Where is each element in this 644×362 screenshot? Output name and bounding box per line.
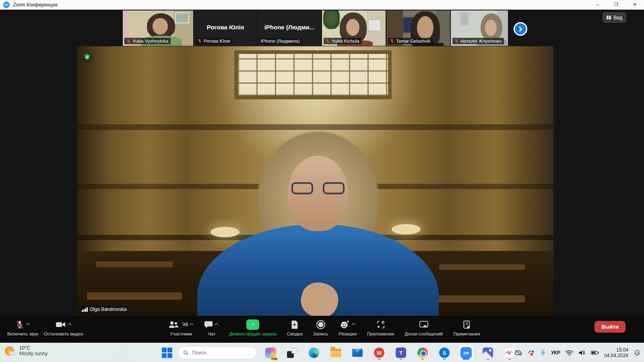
camera-icon xyxy=(56,321,66,329)
search-icon xyxy=(183,350,189,356)
mail-icon[interactable] xyxy=(349,345,365,361)
participant-tile-yuliia-kichula[interactable]: Yuliia Kichula xyxy=(322,10,386,46)
participant-name-label: Наталія Жлуктенко xyxy=(452,38,504,44)
library-lamp xyxy=(211,227,239,237)
reactions-button[interactable]: Реакции xyxy=(339,318,357,336)
share-screen-icon: ↑ xyxy=(246,319,259,330)
tray-date: 04.04.2024 xyxy=(604,353,628,358)
participant-tile-iphone-lyudmila[interactable]: iPhone (Людми... iPhone (Людмила) xyxy=(258,10,321,46)
close-button[interactable]: ✕ xyxy=(625,0,644,10)
stop-video-button[interactable]: Остановить видео xyxy=(44,318,83,336)
microphone-muted-icon xyxy=(15,320,24,329)
windows-taskbar: 10°C Mostly sunny PRE W T S zm V xyxy=(0,343,644,362)
microphone-in-use-icon[interactable] xyxy=(540,349,546,356)
muted-mic-icon xyxy=(325,39,330,43)
record-icon xyxy=(316,320,326,329)
language-indicator[interactable]: УКР xyxy=(551,350,560,356)
view-button[interactable]: Вид xyxy=(603,12,626,23)
library-skylight xyxy=(234,50,391,99)
whiteboards-button[interactable]: Доски сообщений xyxy=(405,318,443,336)
copilot-icon[interactable]: PRE xyxy=(262,345,279,361)
volume-icon[interactable] xyxy=(578,350,586,356)
participants-icon xyxy=(168,321,179,329)
leave-meeting-button[interactable]: Выйти xyxy=(594,321,625,333)
task-view-icon[interactable] xyxy=(284,345,300,361)
participant-tile-yuliia-vyshnytska[interactable]: Yuliia Vyshnytska xyxy=(123,10,193,46)
notes-button[interactable]: Примечания xyxy=(453,318,480,336)
chat-button[interactable]: Чат xyxy=(204,318,219,336)
participants-button[interactable]: 98 Участники xyxy=(168,318,194,336)
view-grid-icon xyxy=(607,16,611,19)
svg-text:z: z xyxy=(637,351,638,354)
muted-mic-icon xyxy=(197,39,202,43)
skype-icon[interactable]: S xyxy=(436,345,452,361)
onedrive-offline-icon[interactable] xyxy=(514,350,522,356)
participant-display-name: iPhone (Людми... xyxy=(258,24,321,31)
apps-icon xyxy=(376,320,385,329)
search-input[interactable] xyxy=(192,350,244,356)
edge-icon[interactable] xyxy=(306,345,322,361)
screen-record-sync-icon[interactable] xyxy=(527,349,535,356)
wps-writer-icon[interactable]: W xyxy=(371,345,387,361)
chevron-up-icon[interactable] xyxy=(351,323,355,327)
library-lamp xyxy=(392,224,421,234)
zoom-taskbar-icon[interactable]: zm xyxy=(458,345,474,361)
participant-name-label: iPhone (Людмила) xyxy=(259,38,302,44)
chevron-up-icon[interactable] xyxy=(68,323,72,327)
weather-widget[interactable]: 10°C Mostly sunny xyxy=(5,345,47,356)
participant-name-label: Yuliia Kichula xyxy=(324,38,361,44)
notifications-dnd-bell-icon[interactable]: z xyxy=(634,349,641,356)
weather-description: Mostly sunny xyxy=(19,351,47,356)
title-bar: zm Zoom Конференция ─ ❐ ✕ xyxy=(0,0,644,10)
participant-name-label: Tamar Gelashvili xyxy=(388,38,433,44)
tray-time: 15:04 xyxy=(604,347,628,353)
minimize-button[interactable]: ─ xyxy=(588,0,607,10)
muted-mic-icon xyxy=(126,39,131,43)
file-explorer-icon[interactable] xyxy=(328,345,344,361)
teams-icon[interactable]: T xyxy=(393,345,409,361)
connection-signal-icon xyxy=(82,307,88,312)
apps-button[interactable]: Приложения xyxy=(367,318,394,336)
speaker-glasses xyxy=(291,182,345,195)
record-button[interactable]: Запись xyxy=(313,318,328,336)
participant-name-label: Yuliia Vyshnytska xyxy=(124,38,171,44)
chevron-up-icon[interactable] xyxy=(26,323,30,327)
share-screen-button[interactable]: ↑ Демонстрация экрана xyxy=(229,318,277,336)
muted-mic-icon xyxy=(390,39,394,43)
unmute-button[interactable]: Включить звук xyxy=(7,318,38,336)
chevron-up-icon[interactable] xyxy=(215,323,219,327)
summary-button[interactable]: Сводка xyxy=(287,318,303,336)
chat-icon xyxy=(204,321,213,329)
reactions-smiley-icon xyxy=(340,320,350,329)
notes-icon xyxy=(462,320,471,329)
participant-tile-rogova-yuliya[interactable]: Рогова Юлія Рогова Юлія xyxy=(194,10,257,46)
weather-icon xyxy=(5,346,16,356)
wifi-icon[interactable] xyxy=(566,350,573,356)
security-shield-icon[interactable] xyxy=(82,51,93,62)
battery-charging-icon[interactable] xyxy=(591,350,599,355)
meeting-toolbar: Включить звук Остановить видео 98 xyxy=(0,316,644,343)
zoom-app-icon: zm xyxy=(3,2,10,8)
whiteboard-icon xyxy=(419,321,429,329)
next-participants-page-button[interactable] xyxy=(514,22,527,36)
summary-icon xyxy=(291,320,299,329)
zoom-meeting-window: zm Zoom Конференция ─ ❐ ✕ Yuliia Vyshnyt… xyxy=(0,0,644,362)
chevron-right-icon xyxy=(517,27,522,32)
participant-tile-nataliya-zhluktenko[interactable]: Наталія Жлуктенко xyxy=(451,10,508,46)
speaker-name-label: Olga Bandrovska xyxy=(80,305,130,313)
participant-tile-tamar-gelashvili[interactable]: Tamar Gelashvili xyxy=(386,10,450,46)
weather-temperature: 10°C xyxy=(19,345,47,351)
start-button[interactable] xyxy=(162,348,172,358)
main-speaker-video: Olga Bandrovska xyxy=(77,46,553,316)
taskbar-search[interactable] xyxy=(178,346,257,359)
meeting-area: Yuliia Vyshnytska Рогова Юлія Рогова Юлі… xyxy=(0,10,644,343)
muted-mic-icon xyxy=(454,39,459,43)
clock[interactable]: 15:04 04.04.2024 xyxy=(604,347,628,358)
window-title: Zoom Конференция xyxy=(13,2,58,8)
chrome-icon[interactable] xyxy=(415,345,431,361)
photos-icon[interactable] xyxy=(480,345,496,361)
participant-display-name: Рогова Юлія xyxy=(194,24,257,31)
restore-button[interactable]: ❐ xyxy=(607,0,625,10)
chevron-up-icon[interactable] xyxy=(190,323,194,327)
participant-name-label: Рогова Юлія xyxy=(196,38,233,44)
